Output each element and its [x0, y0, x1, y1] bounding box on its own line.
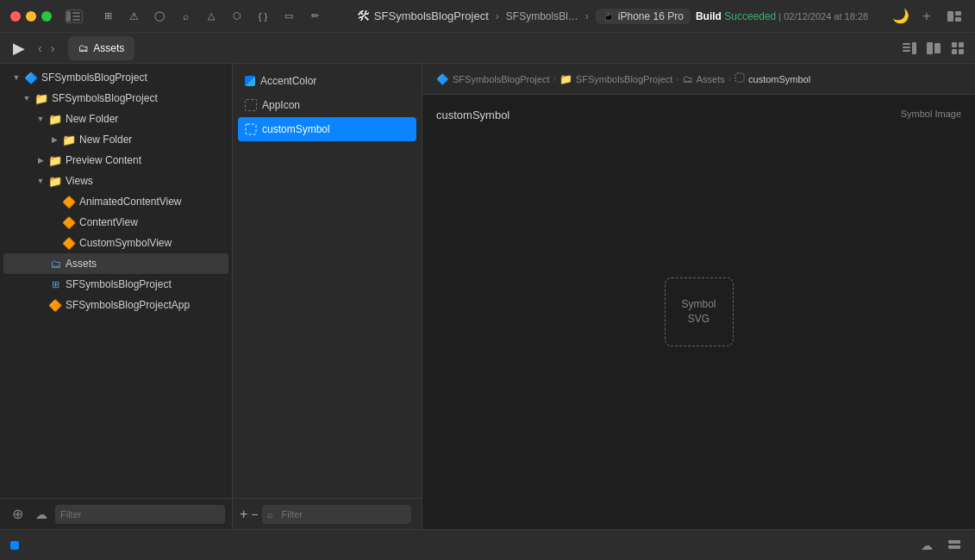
asset-item-accent-color[interactable]: AccentColor — [238, 69, 416, 93]
minimize-button[interactable] — [26, 11, 36, 22]
bc-folder-icon: 📁 — [559, 73, 572, 85]
folder-icon-new-folder-inner: 📁 — [62, 133, 76, 146]
content-item-type: Symbol Image — [901, 109, 961, 119]
svg-rect-19 — [948, 540, 960, 544]
svg-rect-15 — [952, 49, 957, 54]
folder-icon-group1: 📁 — [34, 91, 48, 105]
bc-asset-icon: 🗂 — [683, 73, 693, 85]
svg-rect-0 — [66, 11, 71, 22]
svg-rect-9 — [903, 47, 910, 48]
pencil-button[interactable]: ✏ — [303, 6, 326, 27]
sidebar-filter-input[interactable] — [55, 505, 225, 524]
asset-remove-button[interactable]: − — [251, 504, 258, 525]
bc-assets: Assets — [697, 74, 725, 84]
main-layout: ▼ 🔷 SFSymbolsBlogProject ▼ 📁 SFSymbolsBl… — [0, 64, 975, 529]
toolbar: ▶ ‹ › 🗂 Assets — [0, 33, 975, 64]
build-word: Build — [696, 10, 724, 22]
swift-icon-customsymbol: 🔶 — [62, 236, 76, 250]
tab-assets[interactable]: 🗂 Assets — [68, 36, 134, 60]
sidebar-label-new-folder-inner: New Folder — [79, 134, 132, 146]
layout-button[interactable] — [944, 6, 965, 27]
forward-button[interactable]: › — [47, 40, 59, 57]
warning-button[interactable]: ⚠ — [122, 6, 145, 27]
asset-item-appicon[interactable]: AppIcon — [238, 93, 416, 117]
svg-rect-14 — [959, 42, 964, 47]
tree-arrow-new-folder-inner: ▶ — [48, 134, 60, 146]
bc-symbol: customSymbol — [748, 74, 810, 84]
bottom-cloud-button[interactable]: ☁ — [916, 535, 937, 556]
tree-arrow-group1: ▼ — [21, 92, 33, 104]
asset-filter-input[interactable] — [277, 505, 406, 524]
filter-search-icon: ⌕ — [267, 509, 273, 520]
tree-arrow-new-folder-outer: ▼ — [34, 113, 47, 125]
breadcrumb-separator: › — [496, 10, 499, 22]
sidebar-item-appfile[interactable]: 🔶 SFSymbolsBlogProjectApp — [3, 295, 228, 315]
moon-icon: 🌙 — [892, 8, 909, 24]
fullscreen-button[interactable] — [41, 11, 52, 22]
content-item-title: customSymbol — [436, 109, 509, 121]
sidebar-label-animated: AnimatedContentView — [79, 196, 182, 208]
sidebar-item-views[interactable]: ▼ 📁 Views — [3, 171, 228, 191]
device-selector[interactable]: 📱 iPhone 16 Pro — [596, 9, 691, 24]
tree-arrow-preview-content: ▶ — [34, 154, 47, 166]
code-button[interactable]: { } — [252, 6, 274, 27]
project-icon: 🔷 — [24, 71, 38, 84]
sidebar-item-xcodeproj[interactable]: ⊞ SFSymbolsBlogProject — [3, 274, 228, 295]
asset-add-button[interactable]: + — [240, 504, 247, 525]
sidebar-item-new-folder-outer[interactable]: ▼ 📁 New Folder — [3, 109, 228, 129]
svg-rect-6 — [955, 17, 961, 22]
symbol-line1: Symbol — [681, 297, 716, 312]
sidebar-cloud-button[interactable]: ☁ — [31, 504, 52, 525]
bc-project: SFSymbolsBlogProject — [453, 74, 550, 84]
bottom-bar: ☁ — [0, 529, 975, 560]
content-area: 🔷 SFSymbolsBlogProject › 📁 SFSymbolsBlog… — [422, 64, 975, 529]
bottom-layout-button[interactable] — [944, 535, 965, 556]
nav-arrows: ‹ › — [34, 40, 58, 57]
inspector-toggle-button[interactable] — [899, 38, 920, 59]
panel-button[interactable]: ▭ — [278, 6, 300, 27]
build-status-label: Build Succeeded | 02/12/2024 at 18:28 — [696, 10, 868, 22]
tab-assets-icon: 🗂 — [78, 42, 89, 54]
asset-list: AccentColor AppIcon customSymbol — [233, 64, 422, 498]
tabs-area: 🗂 Assets — [61, 36, 896, 60]
close-button[interactable] — [10, 11, 21, 22]
new-tab-button[interactable]: ⊞ — [97, 6, 119, 27]
sidebar-item-contentview[interactable]: 🔶 ContentView — [3, 212, 228, 233]
sidebar-item-animated[interactable]: 🔶 AnimatedContentView — [3, 191, 228, 212]
sidebar-item-new-folder-inner[interactable]: ▶ 📁 New Folder — [3, 129, 228, 150]
asset-item-custom-symbol[interactable]: customSymbol — [238, 117, 416, 141]
asset-label-accent-color: AccentColor — [260, 75, 316, 87]
add-tab-button[interactable]: + — [916, 6, 937, 27]
run-button[interactable]: ▶ — [7, 36, 31, 60]
folder-icon-preview-content: 📁 — [48, 153, 62, 167]
memory-button[interactable]: ◯ — [148, 6, 171, 27]
svg-rect-4 — [947, 11, 953, 22]
shape-button[interactable]: △ — [200, 6, 222, 27]
svg-rect-2 — [72, 16, 80, 17]
svg-rect-3 — [72, 19, 80, 21]
sidebar-label-xcodeproj: SFSymbolsBlogProject — [66, 278, 172, 290]
title-bar: ⊞ ⚠ ◯ ⌕ △ ⬡ { } ▭ ✏ 🛠 SFSymbolsBlogProje… — [0, 0, 975, 33]
back-button[interactable]: ‹ — [34, 40, 46, 57]
hex-button[interactable]: ⬡ — [226, 6, 248, 27]
sidebar-item-customsymbol[interactable]: 🔶 CustomSymbolView — [3, 233, 228, 253]
swift-icon-appfile: 🔶 — [48, 298, 62, 312]
sidebar-add-button[interactable]: ⊕ — [7, 504, 28, 525]
search-button[interactable]: ⌕ — [174, 6, 197, 27]
asset-label-custom-symbol: customSymbol — [262, 123, 330, 135]
sidebar: ▼ 🔷 SFSymbolsBlogProject ▼ 📁 SFSymbolsBl… — [0, 64, 233, 529]
svg-rect-13 — [952, 42, 957, 47]
sidebar-item-preview-content[interactable]: ▶ 📁 Preview Content — [3, 150, 228, 171]
device-name-label: iPhone 16 Pro — [618, 10, 684, 22]
bc-folder: SFSymbolsBlogProject — [576, 74, 673, 84]
svg-rect-11 — [927, 42, 933, 54]
sidebar-item-root-project[interactable]: ▼ 🔷 SFSymbolsBlogProject — [3, 67, 228, 88]
grid-view-button[interactable] — [947, 38, 968, 59]
svg-rect-10 — [903, 50, 910, 52]
sidebar-item-group1[interactable]: ▼ 📁 SFSymbolsBlogProject — [3, 88, 228, 109]
sidebar-item-assets[interactable]: 🗂 Assets — [3, 253, 228, 274]
asset-label-appicon: AppIcon — [262, 99, 300, 111]
canvas-toggle-button[interactable] — [923, 38, 944, 59]
bc-sep3: › — [728, 74, 731, 84]
sidebar-toggle-button[interactable] — [66, 9, 83, 23]
